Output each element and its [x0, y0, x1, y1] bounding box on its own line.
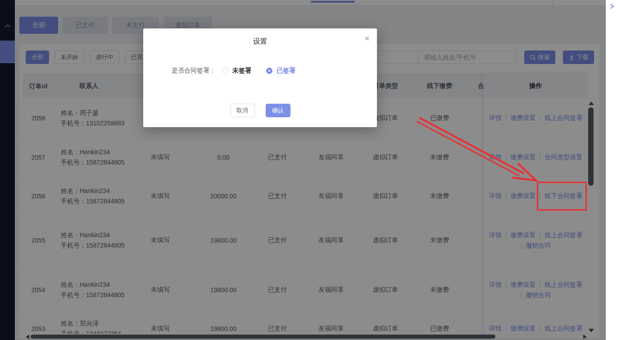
contract-sign-field: 是否合同签署： 未签署 已签署 [172, 66, 295, 75]
field-label: 是否合同签署： [172, 67, 216, 75]
radio-unsigned[interactable]: 未签署 [222, 67, 251, 75]
radio-circle-icon [266, 68, 272, 74]
right-side-panel [606, 0, 644, 340]
radio-signed-label: 已签署 [277, 67, 295, 75]
settings-dialog: 设置 × 是否合同签署： 未签署 已签署 取消 确认 [143, 28, 377, 127]
dialog-footer: 取消 确认 [143, 104, 377, 117]
cancel-button[interactable]: 取消 [230, 104, 255, 117]
radio-signed[interactable]: 已签署 [266, 67, 295, 75]
close-icon[interactable]: × [364, 34, 370, 43]
radio-unsigned-label: 未签署 [232, 67, 251, 75]
app-root: 全部 已支付 未支付 虚拟订单 全部 未开始 进行中 已完成 搜索 下载 订 [0, 0, 644, 340]
chevron-right-icon [610, 4, 614, 9]
confirm-button[interactable]: 确认 [266, 104, 290, 117]
radio-circle-icon [222, 68, 228, 74]
dialog-title: 设置 [143, 37, 377, 46]
panel-expand-button[interactable] [610, 3, 614, 11]
annotation-highlight-box [537, 182, 587, 211]
